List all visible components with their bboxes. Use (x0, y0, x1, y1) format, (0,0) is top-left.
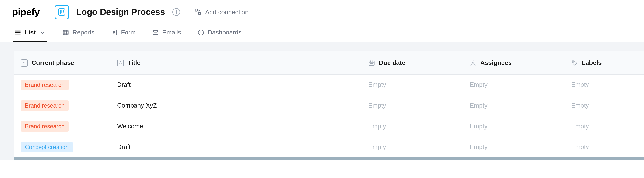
emails-icon (152, 29, 159, 36)
empty-placeholder: Empty (571, 123, 589, 130)
person-icon (470, 60, 476, 66)
column-header-assignees[interactable]: Assignees (463, 51, 564, 74)
column-header-labels[interactable]: Labels (564, 51, 644, 74)
svg-point-28 (372, 63, 373, 64)
cell-assignees[interactable]: Empty (463, 95, 564, 116)
reports-icon (62, 29, 69, 36)
tab-dashboards[interactable]: Dashboards (196, 24, 243, 42)
tab-label: Reports (72, 29, 94, 36)
svg-rect-4 (195, 9, 197, 11)
empty-placeholder: Empty (571, 102, 589, 109)
cell-title[interactable]: Welcome (110, 116, 362, 137)
svg-point-27 (372, 63, 372, 64)
tab-reports[interactable]: Reports (61, 24, 96, 42)
cell-phase[interactable]: Brand research (14, 116, 110, 137)
column-header-label: Labels (582, 59, 602, 67)
svg-rect-5 (198, 12, 201, 14)
tab-form[interactable]: Form (110, 24, 137, 42)
cell-phase[interactable]: Brand research (14, 95, 110, 116)
column-header-label: Title (128, 59, 140, 67)
add-connection-button[interactable]: Add connection (194, 8, 248, 16)
cell-labels[interactable]: Empty (564, 75, 644, 95)
chevron-down-icon (39, 29, 46, 36)
cell-title[interactable]: Company XyZ (110, 95, 362, 116)
empty-placeholder: Empty (470, 81, 488, 89)
cell-labels[interactable]: Empty (564, 116, 644, 137)
empty-placeholder: Empty (470, 123, 488, 130)
column-header-label: Current phase (32, 59, 74, 67)
pipe-title[interactable]: Logo Design Process (76, 7, 165, 17)
svg-point-30 (573, 61, 574, 62)
column-header-label: Assignees (480, 59, 512, 67)
column-header-phase[interactable]: Current phase (14, 51, 110, 74)
cell-labels[interactable]: Empty (564, 95, 644, 116)
svg-point-26 (370, 63, 371, 64)
empty-placeholder: Empty (368, 102, 386, 109)
cell-assignees[interactable]: Empty (463, 137, 564, 157)
cell-due-date[interactable]: Empty (362, 95, 463, 116)
tab-label: Form (121, 29, 136, 36)
connection-icon (194, 8, 202, 16)
app-header: pipefy Logo Design Process i Add connect… (0, 0, 644, 24)
cards-table: Current phase A Title (14, 51, 644, 158)
phase-column-icon (20, 59, 28, 67)
content-area: Current phase A Title (0, 42, 644, 160)
dashboards-icon (198, 29, 204, 36)
svg-rect-11 (63, 30, 68, 35)
empty-placeholder: Empty (368, 81, 386, 89)
divider (47, 5, 47, 19)
cell-title[interactable]: Draft (110, 75, 362, 95)
phase-badge: Brand research (20, 80, 69, 90)
form-icon (111, 29, 118, 36)
tab-label: Emails (162, 29, 181, 36)
cell-due-date[interactable]: Empty (362, 116, 463, 137)
cell-phase[interactable]: Concept creation (14, 137, 110, 157)
calendar-icon (368, 60, 375, 66)
cell-assignees[interactable]: Empty (463, 116, 564, 137)
brand-logo: pipefy (12, 7, 40, 17)
empty-placeholder: Empty (368, 123, 386, 130)
empty-placeholder: Empty (470, 102, 488, 109)
cell-phase[interactable]: Brand research (14, 75, 110, 95)
svg-rect-8 (16, 30, 20, 31)
board-icon (58, 8, 66, 16)
column-header-due-date[interactable]: Due date (362, 51, 463, 74)
cell-title[interactable]: Draft (110, 137, 362, 157)
cell-due-date[interactable]: Empty (362, 137, 463, 157)
phase-badge: Concept creation (20, 142, 73, 153)
table-row[interactable]: Brand researchWelcomeEmptyEmptyEmpty (14, 116, 644, 137)
view-tabs: List Reports Form Emails (0, 24, 644, 42)
text-column-icon: A (117, 60, 124, 66)
pipe-icon[interactable] (54, 5, 69, 19)
table-header-row: Current phase A Title (14, 51, 644, 75)
tab-emails[interactable]: Emails (151, 24, 182, 42)
cell-labels[interactable]: Empty (564, 137, 644, 157)
cell-assignees[interactable]: Empty (463, 75, 564, 95)
phase-badge: Brand research (20, 100, 69, 111)
svg-point-29 (472, 60, 474, 63)
svg-rect-10 (16, 33, 20, 34)
tab-list[interactable]: List (13, 24, 47, 42)
tab-label: List (25, 29, 36, 36)
list-icon (14, 29, 21, 36)
cell-due-date[interactable]: Empty (362, 75, 463, 95)
empty-placeholder: Empty (571, 143, 589, 151)
empty-placeholder: Empty (470, 143, 488, 151)
tab-label: Dashboards (208, 29, 242, 36)
phase-badge: Brand research (20, 121, 69, 132)
column-header-label: Due date (379, 59, 406, 67)
info-icon[interactable]: i (172, 8, 180, 16)
table-row[interactable]: Concept creationDraftEmptyEmptyEmpty (14, 137, 644, 158)
svg-rect-9 (16, 32, 20, 33)
empty-placeholder: Empty (571, 81, 589, 89)
table-row[interactable]: Brand researchCompany XyZEmptyEmptyEmpty (14, 95, 644, 116)
tag-icon (571, 60, 578, 66)
column-header-title[interactable]: A Title (110, 51, 362, 74)
add-connection-label: Add connection (205, 8, 248, 16)
horizontal-scrollbar[interactable] (14, 157, 644, 160)
empty-placeholder: Empty (368, 143, 386, 151)
table-row[interactable]: Brand researchDraftEmptyEmptyEmpty (14, 75, 644, 95)
